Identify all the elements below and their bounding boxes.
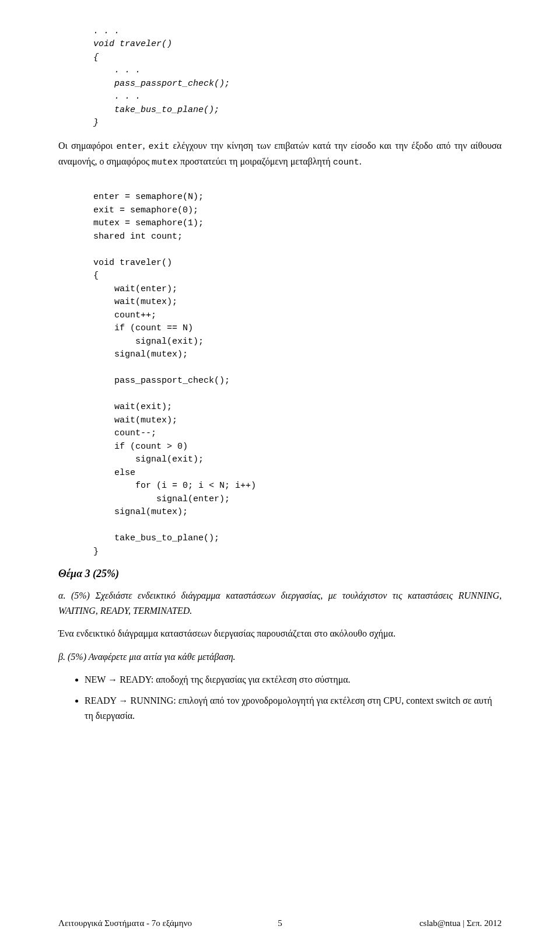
code-line: . . . xyxy=(93,92,141,102)
question-alpha-label: α. (5%) xyxy=(58,590,90,600)
footer: Λειτουργικά Συστήματα - 7ο εξάμηνο 5 csl… xyxy=(58,918,502,928)
code-line: pass_passport_check(); xyxy=(93,376,230,386)
code-line: . . . xyxy=(93,65,141,75)
code-line: if (count == N) xyxy=(93,323,193,333)
code-line: take_bus_to_plane(); xyxy=(93,105,219,115)
code-line: void traveler() xyxy=(93,39,172,49)
question-alpha-text: Σχεδιάστε ενδεικτικό διάγραμμα καταστάσε… xyxy=(58,590,502,616)
text: , xyxy=(142,141,148,151)
footer-page-number: 5 xyxy=(278,918,282,928)
page: . . . void traveler() { . . . pass_passp… xyxy=(0,0,560,940)
code-line: } xyxy=(93,547,99,557)
code-line: pass_passport_check(); xyxy=(93,79,230,89)
code-block-traveler-skeleton: . . . void traveler() { . . . pass_passp… xyxy=(93,12,502,130)
text: . xyxy=(359,156,362,166)
question-alpha: α. (5%) Σχεδιάστε ενδεικτικό διάγραμμα κ… xyxy=(58,588,502,618)
code-line: { xyxy=(93,53,99,62)
code-line: exit = semaphore(0); xyxy=(93,205,198,215)
inline-code-mutex: mutex xyxy=(152,158,178,167)
code-line: if (count > 0) xyxy=(93,442,188,452)
code-line: for (i = 0; i < N; i++) xyxy=(93,481,256,491)
heading-thema-3: Θέμα 3 (25%) xyxy=(58,568,502,580)
footer-left: Λειτουργικά Συστήματα - 7ο εξάμηνο xyxy=(58,918,192,928)
question-beta-text: Αναφέρετε μια αιτία για κάθε μετάβαση. xyxy=(86,652,236,662)
inline-code-exit: exit xyxy=(149,142,170,152)
code-line: else xyxy=(93,468,135,478)
code-line: void traveler() xyxy=(93,258,172,268)
para-diagram-note: Ένα ενδεικτικό διάγραμμα καταστάσεων διε… xyxy=(58,626,502,641)
code-line: wait(mutex); xyxy=(93,297,177,307)
text: Οι σημαφόροι xyxy=(58,141,116,151)
code-line: { xyxy=(93,271,99,281)
code-line: count--; xyxy=(93,428,156,438)
code-line: mutex = semaphore(1); xyxy=(93,218,204,228)
code-line: wait(enter); xyxy=(93,284,177,294)
code-line: signal(enter); xyxy=(93,494,230,504)
para-semaphore-explain: Οι σημαφόροι enter, exit ελέγχουν την κί… xyxy=(58,138,502,170)
text: προστατεύει τη μοιραζόμενη μεταβλητή xyxy=(178,156,333,166)
inline-code-count: count xyxy=(333,158,359,167)
code-line: signal(exit); xyxy=(93,337,204,347)
code-block-traveler-full: enter = semaphore(N); exit = semaphore(0… xyxy=(93,178,502,559)
code-line: signal(exit); xyxy=(93,455,204,464)
code-line: count++; xyxy=(93,310,156,320)
code-line: shared int count; xyxy=(93,232,183,242)
code-line: . . . xyxy=(93,26,120,36)
code-line: take_bus_to_plane(); xyxy=(93,533,219,543)
footer-right: cslab@ntua | Σεπ. 2012 xyxy=(419,918,502,928)
question-beta-label: β. (5%) xyxy=(58,652,86,662)
code-line: wait(mutex); xyxy=(93,415,177,425)
list-item: READY → RUNNING: επιλογή από τον χρονοδρ… xyxy=(85,693,502,723)
question-beta: β. (5%) Αναφέρετε μια αιτία για κάθε μετ… xyxy=(58,649,502,665)
inline-code-enter: enter xyxy=(116,142,142,152)
code-line: signal(mutex); xyxy=(93,350,188,359)
list-item: NEW → READY: αποδοχή της διεργασίας για … xyxy=(85,672,502,687)
code-line: } xyxy=(93,118,99,128)
code-line: signal(mutex); xyxy=(93,507,188,517)
bullet-list-transitions: NEW → READY: αποδοχή της διεργασίας για … xyxy=(58,672,502,723)
code-line: wait(exit); xyxy=(93,402,172,412)
code-line: enter = semaphore(N); xyxy=(93,192,204,202)
